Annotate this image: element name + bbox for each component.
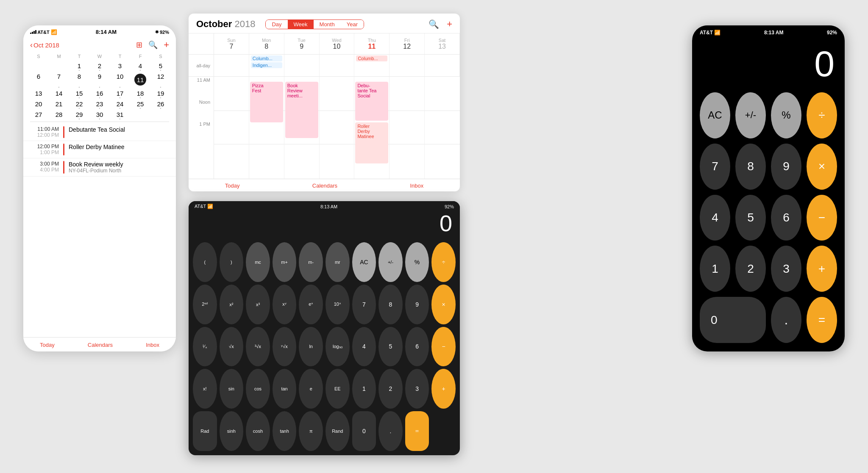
calc-btn-decimal[interactable]: . xyxy=(771,297,801,343)
sci-btn-m-plus[interactable]: m+ xyxy=(273,242,297,282)
cal-day-cell[interactable]: 5 xyxy=(150,61,171,71)
pizza-fest-event[interactable]: PizzaFest xyxy=(250,82,283,122)
sci-btn-decimal[interactable]: . xyxy=(378,411,403,451)
sci-btn-rand[interactable]: Rand xyxy=(326,411,350,451)
cal-day-cell[interactable]: 27 xyxy=(28,109,49,120)
cal-day-cell[interactable]: 29 xyxy=(69,109,89,120)
calc-btn-7[interactable]: 7 xyxy=(700,144,730,190)
cal-day-cell[interactable]: 8 xyxy=(69,71,89,88)
tab-today[interactable]: Today xyxy=(40,342,55,348)
columbus-event[interactable]: Columb... xyxy=(251,55,282,61)
cal-day-cell[interactable]: 7 xyxy=(49,71,69,88)
sci-btn-yrootx[interactable]: ʸ√x xyxy=(273,327,297,367)
calendar-grid-icon[interactable]: ⊞ xyxy=(136,40,142,50)
sci-btn-multiply[interactable]: × xyxy=(431,285,456,324)
sci-btn-sin[interactable]: sin xyxy=(220,369,244,409)
sci-btn-log10[interactable]: log₁₀ xyxy=(326,327,350,367)
cal-day-cell[interactable]: 23 xyxy=(89,99,110,109)
book-review-event[interactable]: BookReviewmeeti... xyxy=(285,82,318,138)
sci-btn-sinh[interactable]: sinh xyxy=(220,411,244,451)
calc-btn-9[interactable]: 9 xyxy=(771,144,801,190)
sci-btn-m-minus[interactable]: m- xyxy=(299,242,323,282)
sci-btn-8[interactable]: 8 xyxy=(378,285,403,324)
calc-btn-2[interactable]: 2 xyxy=(735,246,766,292)
ipad-add-icon[interactable]: + xyxy=(447,19,452,30)
sci-btn-cosh[interactable]: cosh xyxy=(246,411,270,451)
view-month-btn[interactable]: Month xyxy=(314,20,341,29)
cal-day-cell[interactable]: 6 xyxy=(28,71,49,88)
calc-btn-add[interactable]: + xyxy=(807,246,837,292)
cal-day-cell[interactable]: 12 xyxy=(150,71,171,88)
sci-btn-6[interactable]: 6 xyxy=(405,327,429,367)
view-day-btn[interactable]: Day xyxy=(266,20,287,29)
event-row-2[interactable]: 12:00 PM 1:00 PM Roller Derby Matinee xyxy=(23,141,176,158)
cal-day-cell[interactable]: 17 xyxy=(110,88,130,99)
sci-btn-5[interactable]: 5 xyxy=(378,327,403,367)
cal-day-cell[interactable]: 20 xyxy=(28,99,49,109)
search-icon[interactable]: 🔍 xyxy=(148,40,158,50)
sci-btn-xy[interactable]: xʸ xyxy=(273,285,297,324)
sci-btn-mc[interactable]: mc xyxy=(246,242,270,282)
columbus-thu-event[interactable]: Columb... xyxy=(356,55,387,61)
sci-btn-divide[interactable]: ÷ xyxy=(431,242,456,282)
sci-btn-2[interactable]: 2 xyxy=(378,369,403,409)
calc-btn-percent[interactable]: % xyxy=(771,92,801,138)
view-year-btn[interactable]: Year xyxy=(341,20,364,29)
sci-btn-close-paren[interactable]: ) xyxy=(220,242,244,282)
back-button[interactable]: ‹ Oct 2018 xyxy=(30,41,59,50)
sci-btn-x2[interactable]: x² xyxy=(220,285,244,324)
indigenous-event[interactable]: Indigen... xyxy=(251,62,282,68)
cal-day-cell[interactable]: 15 xyxy=(69,88,89,99)
sci-btn-factorial[interactable]: x! xyxy=(193,369,217,409)
cal-day-cell[interactable]: 9 xyxy=(89,71,110,88)
cal-day-cell[interactable]: 25 xyxy=(130,99,150,109)
ipad-tab-today[interactable]: Today xyxy=(225,183,240,189)
sci-btn-percent[interactable]: % xyxy=(405,242,429,282)
cal-day-cell[interactable]: 28 xyxy=(49,109,69,120)
sci-btn-add[interactable]: + xyxy=(431,369,456,409)
calc-btn-3[interactable]: 3 xyxy=(771,246,801,292)
add-icon[interactable]: + xyxy=(164,39,169,50)
tab-calendars[interactable]: Calendars xyxy=(88,342,113,348)
cal-day-cell[interactable]: 31 xyxy=(110,109,130,120)
calc-btn-6[interactable]: 6 xyxy=(771,195,801,241)
calc-btn-divide[interactable]: ÷ xyxy=(807,92,837,138)
view-week-btn[interactable]: Week xyxy=(288,20,314,29)
cal-day-cell[interactable]: 16 xyxy=(89,88,110,99)
sci-btn-ee[interactable]: EE xyxy=(326,369,350,409)
sci-btn-7[interactable]: 7 xyxy=(352,285,376,324)
sci-btn-cbrt[interactable]: ³√x xyxy=(246,327,270,367)
sci-btn-tan[interactable]: tan xyxy=(273,369,297,409)
event-row-1[interactable]: 11:00 AM 12:00 PM Debutante Tea Social xyxy=(23,124,176,141)
sci-btn-3[interactable]: 3 xyxy=(405,369,429,409)
calc-btn-equals[interactable]: = xyxy=(807,297,837,343)
cal-day-cell[interactable]: 13 xyxy=(28,88,49,99)
cal-day-cell[interactable]: 2 xyxy=(89,61,110,71)
cal-day-cell[interactable]: 3 xyxy=(110,61,130,71)
roller-derby-event[interactable]: RollerDerbyMatinee xyxy=(355,122,388,163)
sci-btn-e[interactable]: e xyxy=(299,369,323,409)
sci-btn-cos[interactable]: cos xyxy=(246,369,270,409)
calc-btn-4[interactable]: 4 xyxy=(700,195,730,241)
calc-btn-subtract[interactable]: − xyxy=(807,195,837,241)
sci-btn-pi[interactable]: π xyxy=(299,411,323,451)
cal-day-cell[interactable]: 1 xyxy=(69,61,89,71)
cal-day-cell[interactable]: 30 xyxy=(89,109,110,120)
sci-btn-ln[interactable]: ln xyxy=(299,327,323,367)
cal-day-cell[interactable]: 24 xyxy=(110,99,130,109)
sci-btn-ac[interactable]: AC xyxy=(352,242,376,282)
sci-btn-plus-minus[interactable]: +/- xyxy=(378,242,403,282)
sci-btn-open-paren[interactable]: ( xyxy=(193,242,217,282)
calc-btn-1[interactable]: 1 xyxy=(700,246,730,292)
ipad-search-icon[interactable]: 🔍 xyxy=(428,19,439,29)
sci-btn-ex[interactable]: eˣ xyxy=(299,285,323,324)
sci-btn-x3[interactable]: x³ xyxy=(246,285,270,324)
calc-btn-plus-minus[interactable]: +/- xyxy=(735,92,766,138)
sci-btn-tanh[interactable]: tanh xyxy=(273,411,297,451)
debutante-event[interactable]: Debu-tante TeaSocial xyxy=(355,82,388,121)
ipad-tab-inbox[interactable]: Inbox xyxy=(410,183,423,189)
cal-day-cell[interactable]: 11 xyxy=(130,71,150,88)
cal-day-cell[interactable]: 10 xyxy=(110,71,130,88)
sci-btn-rad[interactable]: Rad xyxy=(193,411,217,451)
sci-btn-subtract[interactable]: − xyxy=(431,327,456,367)
